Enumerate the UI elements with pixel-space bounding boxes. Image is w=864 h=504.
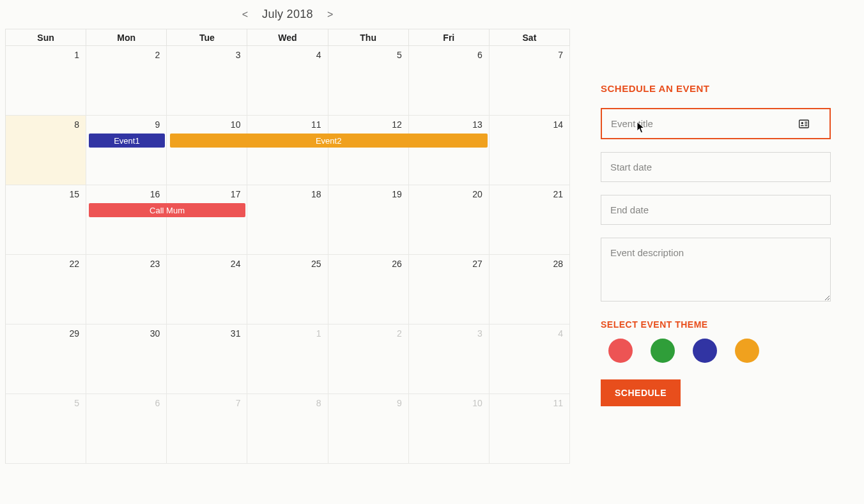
end-date-input[interactable] (601, 195, 831, 225)
calendar-event-label: Event2 (316, 136, 341, 146)
svg-point-1 (801, 122, 803, 124)
day-number: 4 (316, 50, 321, 60)
contact-card-icon (799, 119, 809, 128)
calendar-week-row: 1234567 (6, 46, 570, 116)
calendar-day-cell[interactable]: 12 (328, 116, 409, 185)
calendar-day-cell[interactable]: 8 (6, 116, 86, 185)
day-number: 16 (150, 189, 160, 199)
theme-swatch[interactable] (735, 339, 759, 363)
calendar-day-cell[interactable]: 7 (167, 394, 247, 464)
calendar-day-cell[interactable]: 1 (247, 325, 328, 394)
day-number: 10 (472, 398, 482, 408)
day-number: 30 (150, 328, 160, 339)
weekday-header: Sat (490, 29, 570, 46)
prev-month-button[interactable]: < (242, 9, 248, 20)
day-number: 20 (472, 189, 482, 199)
calendar-day-cell[interactable]: 28 (490, 255, 570, 325)
calendar-day-cell[interactable]: 3 (409, 325, 490, 394)
calendar-day-cell[interactable]: 19 (328, 185, 409, 255)
calendar-day-cell[interactable]: 7 (490, 46, 570, 116)
end-date-field (601, 195, 818, 225)
next-month-button[interactable]: > (327, 9, 333, 20)
calendar-week-row: 2930311234 (6, 325, 570, 394)
day-number: 5 (74, 398, 79, 408)
calendar-day-cell[interactable]: 3 (167, 46, 247, 116)
calendar-day-cell[interactable]: 5 (6, 394, 86, 464)
weekday-header: Sun (6, 29, 86, 46)
calendar-day-cell[interactable]: 20 (409, 185, 490, 255)
calendar-day-cell[interactable]: 24 (167, 255, 247, 325)
calendar-day-cell[interactable]: 27 (409, 255, 490, 325)
day-number: 18 (311, 189, 321, 199)
calendar-day-cell[interactable]: 4 (247, 46, 328, 116)
calendar-pane: < July 2018 > SunMonTueWedThuFriSat 1234… (0, 0, 575, 464)
calendar-day-cell[interactable]: 30 (86, 325, 167, 394)
day-number: 17 (231, 189, 241, 199)
calendar-week-row: 15161718192021Call Mum (6, 185, 570, 255)
event-title-field (601, 108, 818, 139)
day-number: 31 (231, 328, 241, 339)
calendar-week-row: 567891011 (6, 394, 570, 464)
calendar-day-cell[interactable]: 23 (86, 255, 167, 325)
calendar-event[interactable]: Event1 (89, 134, 164, 148)
weekday-header: Thu (328, 29, 409, 46)
calendar-day-cell[interactable]: 29 (6, 325, 86, 394)
weekday-header: Tue (167, 29, 247, 46)
day-number: 21 (553, 189, 563, 199)
calendar-day-cell[interactable]: 15 (6, 185, 86, 255)
calendar-day-cell[interactable]: 16 (86, 185, 167, 255)
schedule-button[interactable]: SCHEDULE (601, 379, 681, 406)
calendar-day-cell[interactable]: 9 (86, 116, 167, 185)
day-number: 2 (397, 328, 402, 339)
calendar-day-cell[interactable]: 11 (247, 116, 328, 185)
calendar-day-cell[interactable]: 2 (86, 46, 167, 116)
weekday-header: Fri (409, 29, 490, 46)
day-number: 8 (316, 398, 321, 408)
calendar-day-cell[interactable]: 10 (409, 394, 490, 464)
event-description-input[interactable] (601, 238, 831, 302)
start-date-input[interactable] (601, 152, 831, 182)
calendar-event[interactable]: Call Mum (89, 203, 245, 217)
calendar-day-cell[interactable]: 10 (167, 116, 247, 185)
theme-swatch[interactable] (693, 339, 717, 363)
day-number: 14 (553, 119, 563, 130)
calendar-day-cell[interactable]: 6 (409, 46, 490, 116)
calendar-day-cell[interactable]: 17 (167, 185, 247, 255)
calendar-day-cell[interactable]: 1 (6, 46, 86, 116)
weekday-header: Mon (86, 29, 167, 46)
calendar-day-cell[interactable]: 22 (6, 255, 86, 325)
day-number: 9 (397, 398, 402, 408)
calendar-day-cell[interactable]: 2 (328, 325, 409, 394)
calendar-event[interactable]: Event2 (170, 134, 488, 148)
event-form-pane: SCHEDULE AN EVENT SELECT (575, 0, 818, 464)
theme-swatches (601, 339, 818, 363)
calendar-day-cell[interactable]: 9 (328, 394, 409, 464)
day-number: 25 (311, 259, 321, 269)
theme-section-title: SELECT EVENT THEME (601, 319, 818, 330)
calendar-day-cell[interactable]: 18 (247, 185, 328, 255)
day-number: 13 (472, 119, 482, 130)
calendar-day-cell[interactable]: 6 (86, 394, 167, 464)
day-number: 28 (553, 259, 563, 269)
calendar-day-cell[interactable]: 5 (328, 46, 409, 116)
day-number: 3 (477, 328, 482, 339)
calendar-day-cell[interactable]: 14 (490, 116, 570, 185)
theme-swatch[interactable] (608, 339, 633, 363)
calendar-day-cell[interactable]: 8 (247, 394, 328, 464)
calendar-day-cell[interactable]: 21 (490, 185, 570, 255)
calendar-day-cell[interactable]: 4 (490, 325, 570, 394)
calendar-day-cell[interactable]: 26 (328, 255, 409, 325)
calendar-day-cell[interactable]: 11 (490, 394, 570, 464)
day-number: 1 (316, 328, 321, 339)
day-number: 19 (392, 189, 402, 199)
calendar-week-row: 22232425262728 (6, 255, 570, 325)
weekday-header: Wed (247, 29, 328, 46)
calendar-week-row: 891011121314Event1Event2 (6, 116, 570, 185)
calendar-day-cell[interactable]: 31 (167, 325, 247, 394)
calendar-day-cell[interactable]: 25 (247, 255, 328, 325)
day-number: 12 (392, 119, 402, 130)
event-title-input[interactable] (601, 108, 831, 139)
theme-swatch[interactable] (651, 339, 675, 363)
month-navigation: < July 2018 > (0, 4, 575, 29)
calendar-day-cell[interactable]: 13 (409, 116, 490, 185)
